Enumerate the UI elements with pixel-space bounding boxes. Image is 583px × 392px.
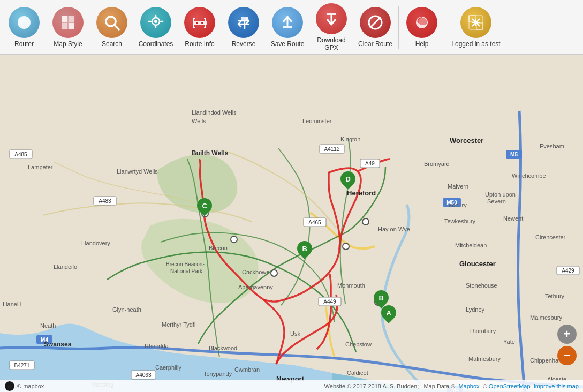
pin-b-lower[interactable]: B	[297, 241, 312, 258]
svg-text:A429: A429	[562, 268, 574, 274]
pin-a[interactable]: A	[381, 305, 396, 322]
svg-text:A483: A483	[99, 198, 111, 204]
route-dot-4[interactable]	[362, 218, 369, 225]
pin-b-upper-label: B	[378, 294, 383, 302]
svg-text:Glyn-neath: Glyn-neath	[112, 306, 141, 313]
svg-text:Gloucester: Gloucester	[459, 260, 496, 268]
router-icon	[9, 7, 40, 38]
logged-in-label: Logged in as test	[451, 40, 500, 48]
pin-d[interactable]: D	[340, 171, 355, 188]
save-route-label: Save Route	[271, 40, 305, 48]
map-style-button[interactable]: Map Style	[46, 1, 90, 54]
mapbox-link[interactable]: Mapbox	[458, 383, 479, 389]
svg-text:A4112: A4112	[324, 146, 340, 152]
svg-line-6	[115, 25, 119, 29]
svg-text:Malvern: Malvern	[448, 183, 468, 190]
reverse-button[interactable]: Reverse	[222, 1, 266, 54]
svg-text:Lydney: Lydney	[466, 306, 485, 313]
svg-text:National Park: National Park	[170, 268, 203, 274]
svg-text:Lampeter: Lampeter	[28, 164, 53, 170]
svg-text:Winchcombe: Winchcombe	[512, 172, 546, 179]
svg-text:Leominster: Leominster	[302, 118, 332, 124]
copyright-text: Website © 2017-2018 A. S. Budden;	[324, 383, 419, 389]
svg-text:Worcester: Worcester	[450, 137, 483, 145]
pin-d-label: D	[345, 175, 350, 183]
svg-text:Tewkesbury: Tewkesbury	[444, 218, 476, 224]
route-info-label: Route Info	[185, 40, 214, 48]
pin-c-circle: C	[194, 195, 215, 216]
svg-text:Evesham: Evesham	[540, 143, 564, 149]
svg-text:Hay on Wye: Hay on Wye	[378, 226, 410, 232]
clear-route-button[interactable]: Clear Route	[353, 1, 397, 54]
svg-text:A4063: A4063	[136, 372, 152, 378]
map-background: A485 A483 A4112 A49 A465 A449 M5 M50 M4	[0, 55, 583, 392]
reverse-icon	[228, 7, 259, 38]
svg-text:Usk: Usk	[290, 330, 300, 337]
pin-b-upper-circle: B	[370, 287, 392, 308]
router-label: Router	[14, 40, 34, 48]
user-button[interactable]: Logged in as test	[446, 1, 505, 54]
svg-text:Llandeilo: Llandeilo	[54, 263, 77, 270]
svg-rect-3	[62, 23, 67, 29]
route-dot-3[interactable]	[270, 269, 278, 277]
svg-text:Severn: Severn	[487, 198, 506, 205]
osm-link[interactable]: OpenStreetMap	[489, 383, 531, 389]
svg-text:Ledbury: Ledbury	[445, 202, 467, 208]
pin-b-lower-circle: B	[294, 238, 315, 259]
svg-text:Abergavenny: Abergavenny	[238, 284, 273, 290]
help-button[interactable]: Help	[400, 1, 444, 54]
router-button[interactable]: Router	[2, 1, 46, 54]
svg-point-11	[201, 22, 203, 24]
mapbox-logo-icon: ⊕	[4, 381, 15, 391]
download-gpx-button[interactable]: Download GPX	[309, 1, 353, 54]
svg-point-10	[196, 22, 198, 24]
mapbox-text: © mapbox	[17, 383, 44, 389]
pin-b-lower-label: B	[302, 245, 307, 253]
route-dot-2[interactable]	[230, 236, 238, 243]
divider-1	[398, 6, 399, 49]
route-info-button[interactable]: Route Info	[178, 1, 222, 54]
svg-text:Llandovery: Llandovery	[81, 240, 110, 246]
svg-rect-2	[69, 16, 74, 22]
svg-text:Yate: Yate	[503, 338, 515, 345]
svg-text:M5: M5	[510, 152, 518, 157]
svg-line-17	[370, 18, 380, 27]
svg-point-8	[154, 20, 157, 23]
svg-text:Cwmbran: Cwmbran	[234, 366, 260, 373]
svg-text:Cirencester: Cirencester	[535, 234, 566, 240]
svg-text:Tetbury: Tetbury	[545, 293, 565, 299]
svg-text:Malmesbury: Malmesbury	[468, 356, 501, 362]
download-gpx-icon	[316, 3, 347, 34]
map-container[interactable]: A485 A483 A4112 A49 A465 A449 M5 M50 M4	[0, 55, 583, 392]
save-route-icon	[272, 7, 303, 38]
svg-text:Upton upon: Upton upon	[485, 191, 516, 198]
toolbar: Router Map Style Search	[0, 0, 583, 55]
pin-b-upper[interactable]: B	[374, 290, 389, 307]
svg-text:Merthyr Tydfil: Merthyr Tydfil	[162, 321, 197, 328]
search-icon	[96, 7, 127, 38]
svg-text:Brecon: Brecon	[209, 245, 228, 251]
svg-text:Chepstow: Chepstow	[345, 341, 372, 348]
pin-c[interactable]: C	[197, 198, 212, 215]
route-info-icon	[184, 7, 215, 38]
improve-link[interactable]: Improve this map	[534, 383, 579, 389]
map-style-icon	[52, 7, 84, 38]
svg-rect-4	[69, 23, 74, 29]
svg-text:B4271: B4271	[14, 363, 30, 368]
search-button[interactable]: Search	[90, 1, 134, 54]
mapbox-logo: ⊕ © mapbox	[4, 381, 44, 391]
svg-text:Monmouth: Monmouth	[337, 282, 365, 289]
coordinates-button[interactable]: Coordinates	[134, 1, 178, 54]
svg-rect-12	[241, 17, 248, 21]
zoom-in-button[interactable]: +	[557, 325, 577, 344]
svg-text:Brecon Beacons: Brecon Beacons	[166, 261, 205, 267]
route-dot-5[interactable]	[342, 243, 350, 250]
pin-c-label: C	[202, 202, 207, 210]
zoom-out-button[interactable]: −	[557, 346, 577, 365]
clear-route-label: Clear Route	[358, 40, 392, 48]
user-icon	[460, 7, 491, 38]
svg-text:Hereford: Hereford	[347, 189, 376, 197]
svg-text:Kington: Kington	[340, 136, 360, 142]
save-route-button[interactable]: Save Route	[266, 1, 309, 54]
svg-text:A465: A465	[308, 220, 321, 225]
